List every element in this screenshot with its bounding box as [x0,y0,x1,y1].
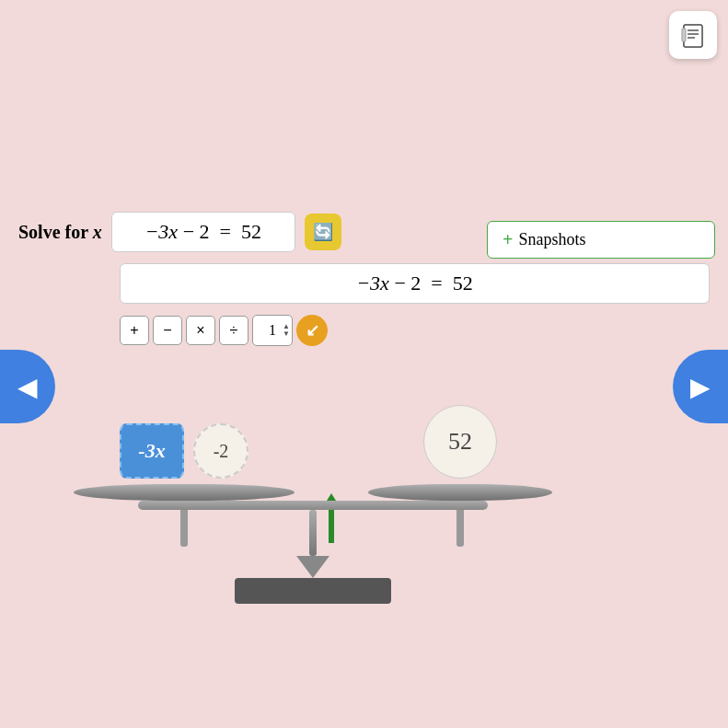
balance-scale: -3x -2 52 [55,405,571,604]
main-content: Solve for x −3x − 2 = 52 🔄 −3x − 2 = 52 … [18,212,710,346]
apply-icon: ↙ [306,320,319,341]
term-neg3x-text: -3x [138,439,165,463]
scale-fulcrum [296,556,329,578]
refresh-icon: 🔄 [313,222,333,242]
left-arrow-icon: ◀ [17,372,38,402]
main-equation-box: −3x − 2 = 52 [111,212,295,252]
plus-button[interactable]: + [120,316,149,345]
solve-label: Solve for x [18,222,102,243]
svg-rect-1 [684,25,702,47]
center-pillar [309,510,317,556]
term-negative-2[interactable]: -2 [193,423,248,479]
number-value: 1 [269,322,276,339]
second-equation-box: −3x − 2 = 52 [120,263,710,304]
refresh-button[interactable]: 🔄 [305,214,341,250]
minus-button[interactable]: − [153,316,182,345]
eq-term1: −3x [145,220,179,243]
second-equation-row: −3x − 2 = 52 [120,263,710,304]
number-stepper-arrows: ▲ ▼ [283,323,290,338]
svg-rect-5 [682,29,686,41]
notebook-icon [680,22,706,48]
scale-base-foot [235,578,391,604]
notebook-button[interactable] [669,11,717,59]
scale-beam [138,501,488,510]
solve-for-text: Solve for [18,222,88,242]
term-neg2-text: -2 [214,441,229,462]
left-pan [74,484,295,501]
term-52[interactable]: 52 [423,405,497,479]
operators-row: + − × ÷ 1 ▲ ▼ ↙ [120,315,710,346]
right-pan [368,484,552,501]
nav-right-button[interactable]: ▶ [673,350,728,423]
term-negative-3x[interactable]: -3x [120,423,184,479]
right-arrow-icon: ▶ [690,372,711,402]
main-equation-text: −3x − 2 = 52 [145,220,261,244]
second-equation-text: −3x − 2 = 52 [356,272,472,295]
solve-var: x [93,222,102,242]
right-pan-items: 52 [423,405,497,479]
scale-beam-area [55,501,571,604]
multiply-button[interactable]: × [186,316,215,345]
arrow-down-icon[interactable]: ▼ [283,330,290,338]
solve-row: Solve for x −3x − 2 = 52 🔄 [18,212,710,252]
nav-left-button[interactable]: ◀ [0,350,55,423]
number-input[interactable]: 1 ▲ ▼ [252,315,293,346]
term-52-text: 52 [448,428,472,456]
left-pan-items: -3x -2 [120,423,248,479]
divide-button[interactable]: ÷ [219,316,248,345]
apply-down-button[interactable]: ↙ [296,315,328,346]
